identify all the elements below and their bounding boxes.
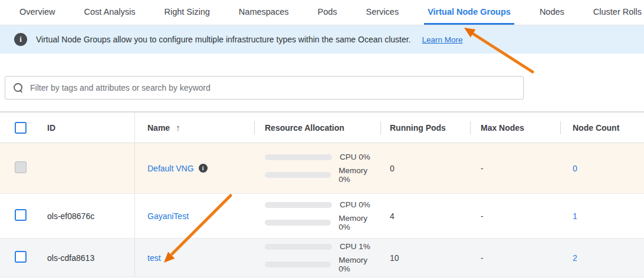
- learn-more-link[interactable]: Learn More: [422, 35, 463, 44]
- vng-name-link[interactable]: GayaniTest: [147, 211, 189, 221]
- column-header-name[interactable]: Name ↑: [134, 112, 254, 143]
- max-nodes-value: -: [470, 253, 560, 263]
- running-pods-value: 10: [380, 253, 470, 263]
- cpu-label: CPU 1%: [340, 242, 370, 251]
- vng-info-icon[interactable]: i: [199, 164, 208, 173]
- tab-services[interactable]: Services: [363, 0, 403, 25]
- node-count-link[interactable]: 1: [560, 211, 644, 221]
- table-row: ols-cdfa8613 test CPU 1% Memory 0% 10 - …: [0, 239, 644, 277]
- row-id: ols-ef08676c: [41, 211, 134, 221]
- row-id: ols-cdfa8613: [41, 253, 134, 263]
- table-header-row: ID Name ↑ Resource Allocation Running Po…: [0, 112, 644, 143]
- cpu-bar: [265, 244, 332, 250]
- filter-search-box: [5, 76, 524, 100]
- column-header-running-pods[interactable]: Running Pods: [380, 112, 470, 143]
- running-pods-value: 0: [380, 164, 470, 173]
- column-header-max-nodes[interactable]: Max Nodes: [470, 112, 560, 143]
- table-row: ols-ef08676c GayaniTest CPU 0% Memory 0%…: [0, 194, 644, 239]
- tab-cluster-rolls[interactable]: Cluster Rolls: [590, 0, 644, 25]
- banner-text: Virtual Node Groups allow you to configu…: [36, 35, 411, 44]
- search-icon: [14, 83, 24, 93]
- node-count-link[interactable]: 0: [560, 164, 644, 173]
- cluster-tab-bar: Overview Cost Analysis Right Sizing Name…: [0, 0, 644, 25]
- resource-allocation: CPU 0% Memory 0%: [254, 200, 380, 231]
- memory-bar: [265, 172, 331, 178]
- cpu-bar: [265, 202, 332, 208]
- memory-bar: [265, 262, 331, 267]
- column-header-node-count[interactable]: Node Count: [560, 112, 644, 143]
- sort-asc-icon[interactable]: ↑: [176, 123, 180, 133]
- tab-right-sizing[interactable]: Right Sizing: [160, 0, 213, 25]
- row-checkbox[interactable]: [15, 209, 27, 221]
- memory-label: Memory 0%: [339, 256, 380, 273]
- row-checkbox[interactable]: [15, 251, 27, 263]
- memory-bar: [265, 220, 331, 226]
- memory-label: Memory 0%: [339, 214, 380, 231]
- tab-namespaces[interactable]: Namespaces: [235, 0, 293, 25]
- node-count-link[interactable]: 2: [560, 253, 644, 263]
- max-nodes-value: -: [470, 164, 560, 173]
- vng-table: ID Name ↑ Resource Allocation Running Po…: [0, 111, 644, 277]
- select-all-checkbox[interactable]: [15, 122, 27, 134]
- info-banner: i Virtual Node Groups allow you to confi…: [0, 25, 644, 54]
- column-header-id[interactable]: ID: [41, 112, 134, 143]
- table-row: Default VNG i CPU 0% Memory 0% 0 - 0: [0, 143, 644, 194]
- tab-virtual-node-groups[interactable]: Virtual Node Groups: [424, 0, 514, 25]
- virtual-node-groups-page: Overview Cost Analysis Right Sizing Name…: [0, 0, 644, 278]
- cpu-bar: [265, 154, 332, 160]
- tab-cost-analysis[interactable]: Cost Analysis: [80, 0, 139, 25]
- max-nodes-value: -: [470, 211, 560, 221]
- resource-allocation: CPU 1% Memory 0%: [254, 242, 380, 273]
- vng-name-link[interactable]: Default VNG: [147, 164, 194, 173]
- cpu-label: CPU 0%: [340, 153, 370, 161]
- search-input[interactable]: [30, 83, 523, 92]
- row-checkbox[interactable]: [15, 161, 27, 173]
- tab-nodes[interactable]: Nodes: [536, 0, 568, 25]
- info-icon: i: [14, 33, 27, 46]
- tab-overview[interactable]: Overview: [16, 0, 58, 25]
- running-pods-value: 4: [380, 211, 470, 221]
- column-header-name-label: Name: [147, 123, 170, 133]
- cpu-label: CPU 0%: [340, 200, 370, 209]
- vng-name-link[interactable]: test: [147, 253, 161, 263]
- column-header-resource-allocation[interactable]: Resource Allocation: [254, 112, 380, 143]
- memory-label: Memory 0%: [339, 166, 380, 184]
- tab-pods[interactable]: Pods: [314, 0, 340, 25]
- resource-allocation: CPU 0% Memory 0%: [254, 153, 380, 184]
